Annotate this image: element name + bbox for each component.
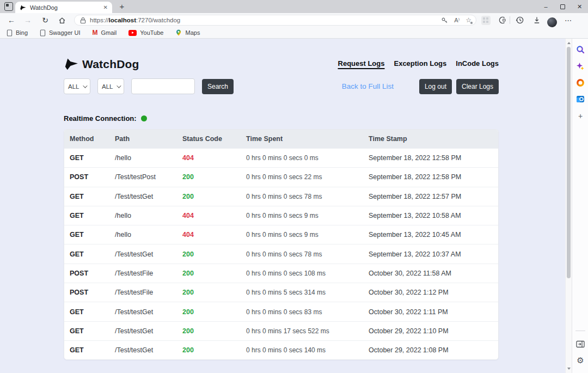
favorite-star-icon[interactable]: ☆ [465,17,471,23]
nav-incode-logs[interactable]: InCode Logs [456,59,499,68]
scroll-up-icon[interactable] [567,42,571,44]
settings-more-icon[interactable]: ⋯ [565,13,572,27]
collections-icon[interactable] [498,13,506,27]
cell-method: GET [70,250,115,258]
maximize-icon[interactable] [554,0,571,13]
realtime-label: Realtime Connection: [64,114,137,123]
table-row[interactable]: GET /hello 404 0 hrs 0 mins 0 secs 9 ms … [64,225,498,244]
table-row[interactable]: GET /Test/testGet 200 0 hrs 0 mins 0 sec… [64,187,498,206]
sidebar-office-icon[interactable] [572,78,588,87]
table-row[interactable]: GET /hello 404 0 hrs 0 mins 0 secs 0 ms … [64,148,498,167]
filter-controls: ALL ALL Search [64,78,234,94]
cell-status: 200 [182,250,246,258]
sidebar-add-icon[interactable]: + [572,112,588,120]
table-row[interactable]: GET /Test/testGet 200 0 hrs 0 mins 0 sec… [64,244,498,263]
bookmark-maps[interactable]: Maps [175,29,200,36]
cell-method: GET [70,193,115,200]
bookmarks-bar: Bing Swagger UI M Gmail YouTube Maps [0,27,588,39]
downloads-icon[interactable] [533,13,541,27]
page-scrollbar[interactable] [565,39,572,373]
sidebar-search-icon[interactable] [572,45,588,54]
cell-path: /hello [115,154,182,162]
sidebar-outlook-icon[interactable] [572,95,588,103]
bookmark-swagger-ui[interactable]: Swagger UI [40,29,80,36]
clear-logs-button[interactable]: Clear Logs [456,79,499,94]
header-path: Path [115,135,182,143]
read-aloud-icon[interactable]: A⁾ [454,17,460,24]
method-filter-select[interactable]: ALL [64,78,90,94]
cell-path: /Test/testGet [115,327,182,335]
close-icon[interactable]: ✕ [571,0,588,13]
connection-status-dot [141,115,147,121]
table-row[interactable]: GET /hello 404 0 hrs 0 mins 0 secs 9 ms … [64,206,498,225]
back-icon[interactable]: ← [5,13,17,27]
password-key-icon[interactable] [441,17,448,24]
tab-close-icon[interactable]: ✕ [103,4,108,10]
scrollbar-thumb[interactable] [567,47,571,278]
cell-status: 200 [182,346,246,354]
page-icon [40,29,46,36]
maps-pin-icon [175,29,182,36]
table-row[interactable]: POST /Test/testPost 200 0 hrs 0 mins 0 s… [64,167,498,186]
nav-request-logs[interactable]: Request Logs [338,59,385,68]
cell-method: GET [70,212,115,219]
method-filter-value: ALL [68,83,79,90]
url-text[interactable]: https://localhost:7270/watchdog [90,17,180,23]
cell-time-spent: 0 hrs 0 mins 0 secs 9 ms [246,231,369,239]
cell-path: /Test/testPost [115,173,182,181]
cell-time-spent: 0 hrs 0 mins 0 secs 0 ms [246,154,369,162]
cell-path: /Test/testGet [115,346,182,354]
maximize-glyph [560,4,565,9]
app-brand: WatchDog [64,57,139,71]
scroll-down-icon[interactable] [567,368,571,370]
browser-toolbar: ← → ↻ https://localhost:7270/watchdog A⁾… [0,13,588,27]
plus-glyph: + [578,112,583,120]
bookmark-gmail[interactable]: M Gmail [93,29,117,36]
logout-button[interactable]: Log out [419,79,452,94]
search-button[interactable]: Search [202,79,234,94]
status-filter-select[interactable]: ALL [97,78,124,94]
search-input[interactable] [131,78,195,94]
sidebar-copilot-sparkle-icon[interactable] [572,62,588,71]
table-row[interactable]: GET /Test/testGet 200 0 hrs 0 mins 0 sec… [64,340,498,359]
table-row[interactable]: GET /Test/testGet 200 0 hrs 0 mins 17 se… [64,321,498,340]
cell-time-spent: 0 hrs 0 mins 0 secs 108 ms [246,270,369,277]
cell-status: 404 [182,212,246,219]
cell-path: /hello [115,212,182,219]
table-row[interactable]: POST /Test/testFile 200 0 hrs 0 mins 5 s… [64,283,498,302]
history-icon[interactable] [516,13,524,27]
header-method: Method [70,135,115,143]
nav-exception-logs[interactable]: Exception Logs [394,59,446,68]
session-controls: Back to Full List Log out Clear Logs [342,79,499,94]
sidebar-settings-gear-icon[interactable]: ⚙ [572,356,588,365]
browser-tab-watchdog[interactable]: WatchDog ✕ [15,2,112,13]
minimize-icon[interactable]: – [537,0,554,13]
cell-time-stamp: September 13, 2022 10:45 AM [369,231,498,239]
bookmark-bing[interactable]: Bing [7,29,28,36]
address-bar[interactable]: https://localhost:7270/watchdog A⁾ ☆ [74,15,476,26]
sidebar-open-panel-icon[interactable] [572,340,588,348]
realtime-connection-status: Realtime Connection: [64,114,499,123]
cell-time-stamp: October 30, 2022 1:11 PM [369,308,498,316]
table-row[interactable]: GET /Test/testGet 200 0 hrs 0 mins 0 sec… [64,302,498,321]
extensions-icon[interactable] [481,13,491,27]
cell-path: /Test/testGet [115,193,182,200]
sidebar-divider [575,331,585,331]
home-icon[interactable] [56,13,68,27]
lock-icon[interactable] [80,17,86,24]
bookmark-youtube[interactable]: YouTube [128,29,163,36]
tab-actions-icon[interactable] [4,2,13,11]
cell-status: 404 [182,231,246,239]
bookmark-label: YouTube [140,29,163,36]
watchdog-logo-icon [64,57,78,71]
cell-time-stamp: September 18, 2022 12:57 PM [369,193,498,200]
new-tab-icon[interactable]: + [117,1,127,12]
refresh-icon[interactable]: ↻ [39,13,51,27]
status-filter-value: ALL [102,83,113,90]
table-row[interactable]: POST /Test/testFile 200 0 hrs 0 mins 0 s… [64,264,498,283]
cell-path: /Test/testGet [115,308,182,316]
cell-method: POST [70,173,115,181]
cell-method: GET [70,231,115,239]
toolbar-divider [510,13,510,27]
back-to-full-list-link[interactable]: Back to Full List [342,82,394,90]
